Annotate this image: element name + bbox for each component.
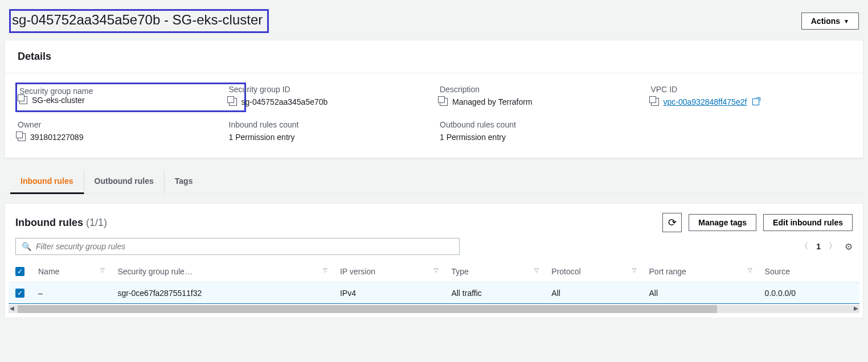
select-all-checkbox[interactable]: ✓ bbox=[15, 267, 24, 276]
cell-name: – bbox=[31, 282, 110, 304]
pager-page: 1 bbox=[816, 242, 821, 251]
cell-type: All traffic bbox=[444, 282, 544, 304]
copy-icon[interactable] bbox=[18, 133, 26, 141]
rules-table: ✓ Name▽ Security group rule…▽ IP version… bbox=[9, 261, 859, 304]
sg-id-label: Security group ID bbox=[229, 85, 429, 94]
refresh-button[interactable]: ⟳ bbox=[662, 213, 682, 232]
copy-icon[interactable] bbox=[651, 98, 659, 106]
tab-tags[interactable]: Tags bbox=[165, 170, 203, 194]
inbound-count-value: 1 Permission entry bbox=[229, 133, 295, 142]
table-header-row: ✓ Name▽ Security group rule…▽ IP version… bbox=[9, 261, 859, 282]
actions-button[interactable]: Actions ▼ bbox=[801, 13, 859, 30]
col-ip-version[interactable]: IP version▽ bbox=[333, 261, 444, 282]
col-rule-id[interactable]: Security group rule…▽ bbox=[110, 261, 333, 282]
sg-name-label: Security group name bbox=[19, 87, 93, 96]
external-link-icon bbox=[752, 98, 759, 105]
vpc-id-label: VPC ID bbox=[651, 85, 851, 94]
manage-tags-button[interactable]: Manage tags bbox=[689, 214, 756, 231]
edit-inbound-button[interactable]: Edit inbound rules bbox=[763, 214, 853, 231]
tab-outbound[interactable]: Outbound rules bbox=[84, 170, 165, 194]
sort-icon: ▽ bbox=[748, 267, 752, 273]
sort-icon: ▽ bbox=[323, 267, 327, 273]
gear-icon[interactable]: ⚙ bbox=[845, 241, 853, 252]
rules-count: (1/1) bbox=[86, 217, 107, 228]
cell-source: 0.0.0.0/0 bbox=[758, 282, 859, 304]
col-type[interactable]: Type▽ bbox=[444, 261, 544, 282]
rules-panel: Inbound rules (1/1) ⟳ Manage tags Edit i… bbox=[5, 203, 863, 318]
copy-icon[interactable] bbox=[440, 98, 448, 106]
sg-id-value: sg-045752aa345a5e70b bbox=[241, 97, 328, 106]
outbound-count-label: Outbound rules count bbox=[440, 120, 640, 129]
copy-icon[interactable] bbox=[19, 96, 27, 104]
search-input-wrap[interactable]: 🔍 bbox=[15, 238, 460, 255]
search-input[interactable] bbox=[36, 242, 453, 251]
sort-icon: ▽ bbox=[100, 267, 105, 273]
tabs: Inbound rules Outbound rules Tags bbox=[5, 170, 863, 194]
sg-name-value: SG-eks-cluster bbox=[32, 96, 85, 105]
pager-prev[interactable]: 〈 bbox=[800, 241, 808, 252]
details-panel: Details Security group name SG-eks-clust… bbox=[5, 40, 863, 158]
col-name[interactable]: Name▽ bbox=[31, 261, 110, 282]
tab-inbound[interactable]: Inbound rules bbox=[10, 170, 84, 194]
horizontal-scrollbar[interactable]: ◀ bbox=[9, 305, 859, 313]
description-value: Managed by Terraform bbox=[452, 97, 533, 106]
cell-protocol: All bbox=[544, 282, 642, 304]
table-row[interactable]: ✓ – sgr-0ce67fa2875511f32 IPv4 All traff… bbox=[9, 282, 859, 304]
col-port-range[interactable]: Port range▽ bbox=[642, 261, 758, 282]
refresh-icon: ⟳ bbox=[668, 216, 677, 229]
sort-icon: ▽ bbox=[434, 267, 439, 273]
pager-next[interactable]: 〉 bbox=[829, 241, 837, 252]
row-checkbox[interactable]: ✓ bbox=[15, 289, 24, 298]
cell-port-range: All bbox=[642, 282, 758, 304]
outbound-count-value: 1 Permission entry bbox=[440, 133, 506, 142]
details-header: Details bbox=[5, 40, 863, 73]
page-title: sg-045752aa345a5e70b - SG-eks-cluster bbox=[9, 9, 269, 33]
copy-icon[interactable] bbox=[229, 98, 237, 106]
caret-down-icon: ▼ bbox=[844, 18, 849, 24]
cell-rule-id: sgr-0ce67fa2875511f32 bbox=[110, 282, 333, 304]
col-source[interactable]: Source bbox=[758, 261, 859, 282]
owner-value: 391801227089 bbox=[30, 133, 83, 142]
owner-label: Owner bbox=[18, 120, 218, 129]
sort-icon: ▽ bbox=[534, 267, 539, 273]
inbound-count-label: Inbound rules count bbox=[229, 120, 429, 129]
col-protocol[interactable]: Protocol▽ bbox=[544, 261, 642, 282]
actions-label: Actions bbox=[811, 17, 840, 26]
vpc-id-link[interactable]: vpc-00a932848ff475e2f bbox=[664, 97, 747, 106]
sort-icon: ▽ bbox=[632, 267, 637, 273]
cell-ip-version: IPv4 bbox=[333, 282, 444, 304]
rules-title: Inbound rules bbox=[15, 217, 83, 228]
description-label: Description bbox=[440, 85, 640, 94]
search-icon: 🔍 bbox=[22, 242, 31, 251]
